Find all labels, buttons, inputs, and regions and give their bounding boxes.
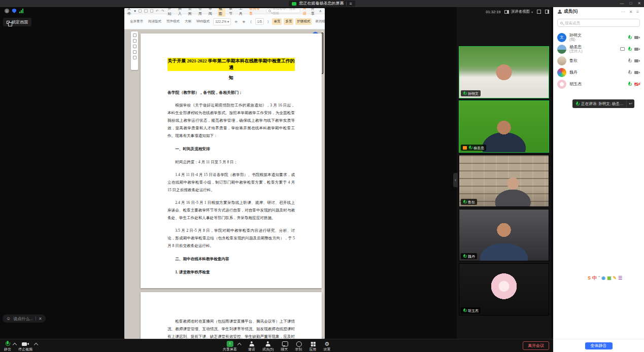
camera-icon bbox=[22, 341, 29, 347]
wps-tool-icon bbox=[133, 50, 137, 54]
leave-meeting-button[interactable]: 离开会议 bbox=[523, 341, 549, 350]
document-block: 二、期中在线本科教学检查内容 bbox=[167, 255, 295, 263]
shared-screen-view[interactable]: 文件▾ ↶ ↷ 开始 插入 页面 引用 审阅 视图 bbox=[0, 7, 457, 339]
video-thumbnails-column: 孙明文 杨圣忠 鲁欣 bbox=[457, 7, 551, 339]
video-thumbnail[interactable]: 魏丹 bbox=[459, 209, 549, 261]
panel-menu-icon[interactable]: ≡ bbox=[635, 10, 640, 14]
member-search-box[interactable] bbox=[557, 19, 640, 27]
layout-icon[interactable] bbox=[545, 10, 549, 14]
maximize-button[interactable]: □ bbox=[629, 2, 632, 6]
mic-icon bbox=[463, 200, 466, 204]
toolbar-item[interactable]: 应用 bbox=[309, 341, 316, 351]
toolbar-item-icon bbox=[281, 341, 288, 347]
toolbar-item[interactable]: 设置 bbox=[323, 341, 330, 351]
wps-tool-icon bbox=[133, 33, 137, 37]
member-camera-icon[interactable] bbox=[634, 59, 640, 62]
member-mic-icon[interactable] bbox=[628, 82, 631, 86]
member-row[interactable]: 杨圣忠 (主持人) bbox=[557, 43, 640, 55]
stop-video-button[interactable]: 停止视频 bbox=[18, 341, 32, 351]
mute-all-button[interactable]: 全体静音 bbox=[585, 342, 613, 349]
collapse-thumbnails-handle[interactable]: ‹ bbox=[453, 173, 458, 187]
wps-ribbon-tab: 插入 bbox=[177, 8, 185, 17]
mute-button[interactable]: 静音 bbox=[4, 341, 11, 351]
participant-name: 孙明文 bbox=[468, 92, 479, 95]
toolbar-item[interactable]: 聊天 bbox=[281, 341, 288, 351]
wps-menubar-right-item: ∧ bbox=[319, 9, 322, 13]
toolbar-item-label: 录制 bbox=[295, 347, 302, 351]
wps-menubar-right-item: 分享 bbox=[311, 8, 317, 16]
wps-menubar-right-item: 升级 bbox=[303, 8, 309, 16]
emoji-icon[interactable]: ☺ bbox=[6, 316, 11, 321]
wps-ribbon-tab: 开始 bbox=[167, 8, 175, 17]
quick-chat-placeholder[interactable]: 说点什么... bbox=[13, 316, 33, 322]
toast-reply-button[interactable]: ↩ bbox=[626, 99, 634, 108]
meeting-security-icon[interactable] bbox=[12, 9, 16, 13]
ime-icon[interactable]: ˇ bbox=[598, 276, 600, 280]
ime-icon[interactable]: 中 bbox=[592, 276, 597, 280]
fullscreen-icon[interactable] bbox=[537, 10, 541, 14]
meeting-header-controls: 01:32:19 演讲者视图 ▾ bbox=[457, 7, 551, 16]
wps-undo-icon: ↶ bbox=[156, 9, 159, 13]
ime-icon[interactable]: ◉ bbox=[601, 276, 605, 280]
member-mic-icon[interactable] bbox=[628, 35, 631, 40]
video-name-tag: 孙明文 bbox=[461, 90, 481, 96]
toolbar-item[interactable]: 共享屏幕 bbox=[223, 341, 241, 351]
avatar bbox=[557, 80, 566, 89]
member-search-input[interactable] bbox=[565, 21, 637, 25]
toolbar-item[interactable]: 邀请 bbox=[248, 341, 255, 351]
member-row[interactable]: 文 孙明文 (我) bbox=[557, 31, 640, 43]
ime-icon[interactable]: ▦ bbox=[607, 276, 612, 280]
member-camera-icon[interactable] bbox=[634, 47, 640, 51]
document-block: 检查教师准时在直播间（包括雨课堂直播平台、腾讯会议等）上下课情况、教师课堂管理、… bbox=[167, 318, 295, 339]
meeting-info-icon[interactable]: i bbox=[5, 9, 9, 13]
member-text: 鲁欣 bbox=[569, 58, 578, 63]
video-thumbnail[interactable]: 杨圣忠 bbox=[459, 100, 549, 153]
video-name-tag: 胡玉杰 bbox=[461, 307, 481, 313]
input-method-toolbar[interactable]: S 中 ˇ ◉ ▦ ✎ ☰ bbox=[588, 274, 622, 282]
toolbar-item-icon bbox=[310, 341, 316, 347]
ime-icon[interactable]: ☰ bbox=[618, 276, 622, 280]
divider bbox=[36, 316, 36, 321]
document-block: 一、时间及流程安排 bbox=[167, 145, 295, 153]
member-camera-icon[interactable] bbox=[634, 82, 640, 86]
wps-ribbon-button: 夜间模式 bbox=[314, 18, 325, 25]
panel-more-icon[interactable]: ⋯ bbox=[620, 10, 626, 14]
member-row[interactable]: 胡玉杰 bbox=[557, 78, 640, 90]
watching-banner[interactable]: 您正在观看杨圣忠的屏幕 ≡ bbox=[289, 1, 355, 7]
panel-close-icon[interactable]: ✕ bbox=[628, 10, 634, 14]
banner-menu-icon[interactable]: ≡ bbox=[349, 2, 352, 6]
close-button[interactable]: ✕ bbox=[637, 2, 641, 6]
quick-chat-bar[interactable]: ☺ 说点什么... ✕ bbox=[3, 314, 46, 323]
mic-options-caret[interactable] bbox=[13, 342, 16, 345]
member-camera-icon[interactable] bbox=[634, 71, 640, 74]
meeting-toolbar: 静音 停止视频 共享屏幕 邀请 bbox=[0, 339, 553, 352]
network-signal-icon[interactable] bbox=[19, 9, 23, 13]
video-thumbnail[interactable]: 孙明文 bbox=[459, 46, 549, 98]
member-mic-icon[interactable] bbox=[628, 70, 631, 75]
video-name-tag: 魏丹 bbox=[461, 253, 477, 259]
video-thumbnails: 孙明文 杨圣忠 鲁欣 bbox=[459, 46, 549, 318]
ime-icon[interactable]: S bbox=[588, 276, 591, 280]
toolbar-item[interactable]: 成员(5) bbox=[262, 341, 274, 351]
member-mic-icon[interactable] bbox=[628, 47, 631, 51]
pin-view-button[interactable]: 锁定画面 bbox=[3, 18, 31, 26]
toolbar-item[interactable]: 录制 bbox=[295, 341, 302, 351]
wps-tool-icon bbox=[133, 45, 137, 48]
video-thumbnail[interactable]: 鲁欣 bbox=[459, 155, 549, 207]
member-camera-icon[interactable] bbox=[634, 36, 640, 39]
camera-options-caret[interactable] bbox=[35, 342, 38, 345]
toolbar-item-label: 共享屏幕 bbox=[223, 347, 237, 351]
view-mode-dropdown[interactable]: 演讲者视图 ▾ bbox=[504, 9, 533, 14]
video-thumbnail[interactable]: 胡玉杰 bbox=[459, 263, 549, 315]
toolbar-item-icon bbox=[248, 341, 255, 347]
minimize-button[interactable]: — bbox=[620, 2, 624, 6]
document-page-1: 关于开展 2021-2022 学年第二学期本科在线教学期中检查工作的通 知 各学… bbox=[141, 33, 322, 288]
ime-icon[interactable]: ✎ bbox=[613, 276, 617, 280]
quick-chat-close-icon[interactable]: ✕ bbox=[39, 316, 42, 321]
participant-name: 胡玉杰 bbox=[468, 309, 479, 312]
member-row[interactable]: 鲁欣 bbox=[557, 55, 640, 66]
member-mic-icon[interactable] bbox=[628, 58, 631, 63]
toolbar-item-caret[interactable] bbox=[238, 342, 241, 345]
member-row[interactable]: 魏丹 bbox=[557, 66, 640, 78]
wps-ribbon-tab: 视图 bbox=[218, 8, 225, 17]
